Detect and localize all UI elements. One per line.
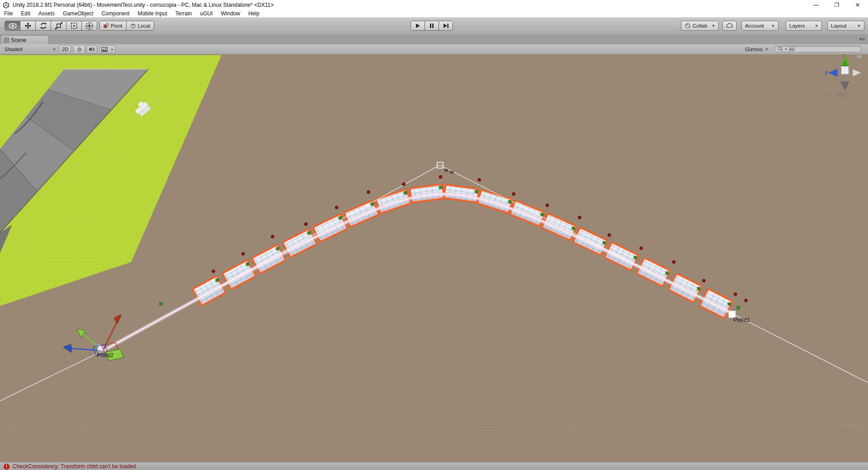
move-tool-button[interactable] [20, 21, 36, 30]
axis-z-cone[interactable] [829, 69, 837, 76]
transform-icon [85, 22, 94, 30]
axis-down-cone[interactable] [841, 82, 849, 90]
gizmos-dropdown[interactable]: Gizmos ▼ [745, 45, 770, 53]
waypoint-green-dot[interactable] [666, 272, 669, 274]
waypoint-red-dot[interactable] [672, 260, 675, 263]
waypoint-red-dot[interactable] [367, 191, 370, 194]
menu-bar: File Edit Assets GameObject Component Mo… [0, 10, 868, 18]
waypoint-green-dot[interactable] [634, 256, 637, 259]
waypoint-red-dot[interactable] [335, 206, 338, 209]
waypoint-green-dot[interactable] [572, 227, 575, 230]
tab-options-icon[interactable]: ▾≡ [859, 37, 865, 42]
point1-label[interactable]: Point1 [733, 316, 750, 323]
persp-label[interactable]: Persp [835, 92, 849, 98]
waypoint-red-dot[interactable] [745, 299, 748, 302]
effects-dropdown-arrow[interactable]: ▼ [109, 45, 115, 53]
waypoint-red-dot[interactable] [702, 279, 705, 282]
waypoint-green-dot[interactable] [728, 303, 731, 306]
chevron-down-icon: ▼ [854, 24, 861, 28]
waypoint-red-dot[interactable] [402, 183, 406, 186]
tab-scene[interactable]: Scene [1, 35, 49, 44]
scene-search-field[interactable]: ▼ All [774, 46, 862, 52]
scale-icon [55, 22, 63, 30]
waypoint-red-dot[interactable] [478, 178, 481, 181]
shading-mode-dropdown[interactable]: Shaded ▼ [5, 45, 56, 53]
waypoint-red-dot[interactable] [608, 234, 611, 237]
gizmo-z-arrowhead[interactable] [63, 344, 71, 352]
menu-file[interactable]: File [0, 10, 17, 17]
rect-tool-button[interactable] [66, 21, 82, 30]
waypoint-green-dot[interactable] [737, 306, 740, 309]
cloud-services-button[interactable] [722, 21, 737, 31]
waypoint-red-dot[interactable] [512, 193, 515, 196]
2d-toggle-button[interactable]: 2D [59, 45, 71, 53]
scale-tool-button[interactable] [51, 21, 66, 30]
menu-ugui[interactable]: uGUI [196, 10, 217, 17]
collab-dropdown[interactable]: Collab ▼ [681, 21, 719, 31]
layout-dropdown[interactable]: Layout ▼ [827, 21, 864, 31]
scene-viewport[interactable]: Point1 Point2 y z Persp [0, 54, 868, 462]
waypoint-red-dot[interactable] [271, 235, 274, 238]
image-icon [101, 47, 108, 52]
waypoint-red-dot[interactable] [578, 216, 581, 219]
restore-button[interactable]: ❐ [826, 0, 847, 10]
gizmo-center-cube[interactable] [841, 66, 849, 74]
waypoint-green-dot[interactable] [246, 263, 249, 266]
minimize-button[interactable]: — [806, 0, 826, 10]
audio-toggle-button[interactable] [86, 45, 97, 53]
waypoint-green-dot[interactable] [475, 190, 478, 193]
waypoint-green-dot[interactable] [371, 203, 373, 206]
gizmo-y-arrowhead[interactable] [77, 329, 85, 337]
menu-edit[interactable]: Edit [17, 10, 34, 17]
pivot-toggle-button[interactable]: Pivot [100, 21, 127, 30]
waypoint-green-dot[interactable] [339, 216, 342, 219]
menu-terrain[interactable]: Terrain [171, 10, 196, 17]
waypoint-red-dot[interactable] [546, 204, 549, 207]
waypoint-red-dot[interactable] [304, 222, 307, 226]
speaker-icon [89, 47, 95, 52]
waypoint-green-dot[interactable] [509, 201, 511, 203]
waypoint-green-dot[interactable] [404, 192, 407, 194]
menu-mobile-input[interactable]: Mobile Input [133, 10, 171, 17]
account-dropdown[interactable]: Account ▼ [741, 21, 778, 31]
lock-icon-body[interactable] [857, 55, 862, 58]
menu-window[interactable]: Window [217, 10, 245, 17]
waypoint-red-dot[interactable] [439, 175, 442, 179]
close-button[interactable]: ✕ [847, 0, 868, 10]
point2-label[interactable]: Point2 [97, 352, 113, 358]
menu-component[interactable]: Component [97, 10, 133, 17]
gizmo-x-arrowhead[interactable] [114, 315, 121, 324]
status-bar[interactable]: ! CheckConsistency: Transform child can'… [0, 462, 868, 470]
view-tool-button[interactable] [5, 21, 20, 30]
waypoint-green-dot[interactable] [439, 186, 442, 189]
chevron-down-icon: ▼ [708, 24, 715, 28]
menu-gameobject[interactable]: GameObject [59, 10, 97, 17]
effects-toggle-button[interactable] [99, 45, 110, 53]
rotate-tool-button[interactable] [36, 21, 51, 30]
menu-help[interactable]: Help [244, 10, 264, 17]
waypoint-red-dot[interactable] [734, 293, 737, 296]
scene-canvas[interactable]: Point1 Point2 y z Persp [0, 54, 868, 462]
waypoint-red-dot[interactable] [640, 247, 643, 250]
curve-control-handle[interactable] [437, 162, 443, 168]
waypoint-green-dot[interactable] [697, 287, 700, 290]
menu-assets[interactable]: Assets [34, 10, 59, 17]
lighting-toggle-button[interactable] [74, 45, 85, 53]
waypoint-green-dot[interactable] [541, 213, 543, 216]
axis-x-cone[interactable] [853, 69, 861, 76]
chevron-down-icon: ▼ [768, 24, 775, 28]
waypoint-green-dot[interactable] [603, 241, 606, 244]
waypoint-green-dot[interactable] [276, 247, 279, 250]
waypoint-green-dot[interactable] [216, 279, 218, 282]
waypoint-green-dot[interactable] [160, 302, 162, 305]
layers-dropdown[interactable]: Layers ▼ [786, 21, 822, 31]
waypoint-green-dot[interactable] [308, 231, 311, 234]
waypoint-red-dot[interactable] [212, 270, 215, 273]
transform-tool-button[interactable] [82, 21, 97, 30]
play-button[interactable] [411, 21, 425, 30]
step-button[interactable] [439, 21, 453, 30]
waypoint-red-dot[interactable] [241, 252, 245, 255]
pause-button[interactable] [425, 21, 439, 30]
scene-view-toolbar: Shaded ▼ 2D ▼ Gizmos ▼ ▼ All [0, 44, 868, 55]
local-toggle-button[interactable]: Local [127, 21, 154, 30]
